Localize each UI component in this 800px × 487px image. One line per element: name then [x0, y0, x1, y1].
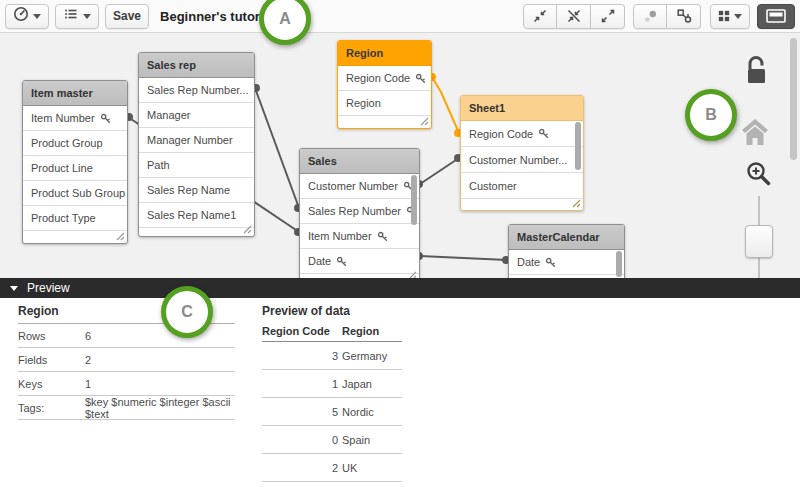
list-menu-icon	[63, 6, 79, 26]
metadata-row: Tags:$key $numeric $integer $ascii $text	[18, 396, 235, 420]
preview-panel-body: Region Rows6 Fields2 Keys1 Tags:$key $nu…	[0, 298, 800, 487]
callout-c: C	[161, 286, 213, 338]
field-row[interactable]: Product Line	[23, 156, 127, 181]
data-row: 4USA	[262, 482, 402, 487]
field-row[interactable]: Customer Number...	[461, 147, 583, 173]
data-row: 3Germany	[262, 342, 402, 370]
key-icon	[336, 256, 347, 267]
field-row[interactable]: Sales Rep Number	[300, 199, 419, 224]
key-icon	[415, 73, 426, 84]
collapse-preview-icon[interactable]	[10, 286, 18, 291]
data-row: 1Japan	[262, 370, 402, 398]
table-sales[interactable]: Sales Customer Number Sales Rep Number I…	[299, 148, 420, 283]
resize-handle-icon[interactable]	[116, 232, 125, 241]
linked-tables-button[interactable]	[667, 4, 701, 29]
toolbar: Save Beginner's tutorial i	[0, 0, 800, 33]
field-row[interactable]: Product Type	[23, 206, 127, 231]
caret-down-icon	[83, 14, 91, 19]
home-icon[interactable]	[740, 116, 770, 148]
table-scrollbar[interactable]	[575, 122, 581, 170]
data-row: 5Nordic	[262, 398, 402, 426]
key-icon	[100, 113, 111, 124]
table-title: Sheet1	[461, 96, 583, 121]
metadata-row: Fields2	[18, 348, 235, 372]
zoom-slider-handle[interactable]	[745, 225, 773, 258]
field-row[interactable]: Path	[139, 153, 254, 178]
compass-menu-icon	[13, 6, 29, 26]
grid-layout-icon	[718, 9, 730, 23]
key-icon	[377, 231, 388, 242]
expand-all-icon	[601, 9, 615, 23]
table-item-master[interactable]: Item master Item Number Product Group Pr…	[22, 80, 128, 244]
field-row[interactable]: Date	[300, 249, 419, 274]
table-title: Item master	[23, 81, 127, 106]
unlock-icon[interactable]	[744, 55, 768, 87]
resize-handle-icon[interactable]	[572, 199, 581, 208]
data-row: 2UK	[262, 454, 402, 482]
field-row[interactable]: Manager	[139, 103, 254, 128]
table-sales-rep[interactable]: Sales rep Sales Rep Number... Manager Ma…	[138, 52, 255, 237]
data-preview-table: Preview of data Region Code Region 3Germ…	[262, 304, 402, 487]
data-preview-title: Preview of data	[262, 304, 402, 325]
caret-down-icon	[734, 14, 742, 19]
collapse-all-icon	[533, 9, 547, 23]
table-scrollbar[interactable]	[616, 251, 622, 277]
table-title: Sales	[300, 149, 419, 174]
metadata-row: Keys1	[18, 372, 235, 396]
key-icon	[538, 128, 549, 139]
field-row[interactable]: Date	[509, 250, 624, 275]
field-row[interactable]: Manager Number	[139, 128, 254, 153]
zoom-in-icon[interactable]	[745, 160, 773, 192]
bubbles-view-icon	[643, 9, 658, 24]
table-title: MasterCalendar	[509, 225, 624, 250]
field-row[interactable]: Item Number	[23, 106, 127, 131]
grid-layout-button[interactable]	[710, 4, 750, 29]
resize-handle-icon[interactable]	[420, 117, 429, 126]
caret-down-icon	[33, 14, 41, 19]
break-links-icon	[567, 9, 581, 23]
preview-panel: Preview Region Rows6 Fields2 Keys1 Tags:…	[0, 278, 800, 487]
field-row[interactable]: Region	[338, 91, 431, 116]
field-row[interactable]: Sales Rep Name1	[139, 203, 254, 228]
preview-panel-title: Preview	[27, 281, 70, 295]
expand-collapse-group	[523, 4, 625, 29]
key-icon	[545, 257, 556, 268]
collapse-all-button[interactable]	[523, 4, 557, 29]
linked-tables-icon	[676, 8, 692, 24]
field-row[interactable]: Product Sub Group	[23, 181, 127, 206]
break-links-button[interactable]	[557, 4, 591, 29]
canvas-scrollbar[interactable]	[790, 38, 797, 160]
preview-panel-header[interactable]: Preview	[0, 278, 800, 298]
bubbles-view-button[interactable]	[633, 4, 667, 29]
field-row[interactable]: Sales Rep Name	[139, 178, 254, 203]
zoom-slider[interactable]	[744, 196, 775, 278]
table-scrollbar[interactable]	[411, 175, 417, 225]
preview-toggle-button[interactable]	[757, 4, 795, 29]
expand-all-button[interactable]	[591, 4, 625, 29]
table-region[interactable]: Region Region Code Region	[337, 40, 432, 129]
data-row: 0Spain	[262, 426, 402, 454]
table-title: Region	[338, 41, 431, 66]
field-row[interactable]: Region Code	[338, 66, 431, 91]
resize-handle-icon[interactable]	[243, 225, 252, 234]
navigation-menu-button[interactable]	[5, 4, 49, 29]
view-mode-group	[633, 4, 701, 29]
field-row[interactable]: Region Code	[461, 121, 583, 147]
field-row[interactable]: Customer Number	[300, 174, 419, 199]
table-title: Sales rep	[139, 53, 254, 78]
field-row[interactable]: Product Group	[23, 131, 127, 156]
data-preview-header: Region Code Region	[262, 325, 402, 342]
field-row[interactable]: Sales Rep Number...	[139, 78, 254, 103]
preview-toggle-icon	[766, 9, 786, 23]
table-sheet1[interactable]: Sheet1 Region Code Customer Number... Cu…	[460, 95, 584, 211]
save-button[interactable]: Save	[105, 4, 149, 29]
list-menu-button[interactable]	[55, 4, 99, 29]
callout-b: B	[685, 89, 737, 141]
field-row[interactable]: Item Number	[300, 224, 419, 249]
field-row[interactable]: Customer	[461, 173, 583, 199]
